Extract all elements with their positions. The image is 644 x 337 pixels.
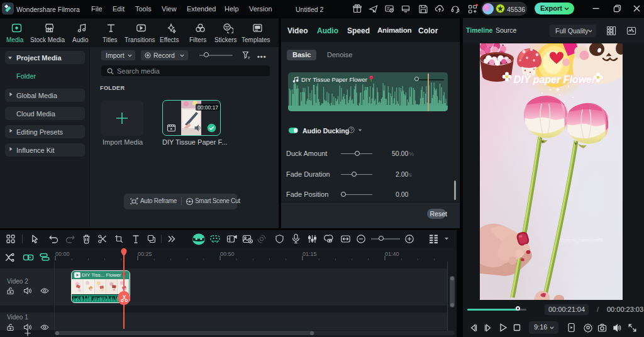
svg-text:DIY paper Flower: DIY paper Flower bbox=[514, 74, 596, 85]
svg-text:@paper_handycrafts: @paper_handycrafts bbox=[559, 237, 603, 243]
